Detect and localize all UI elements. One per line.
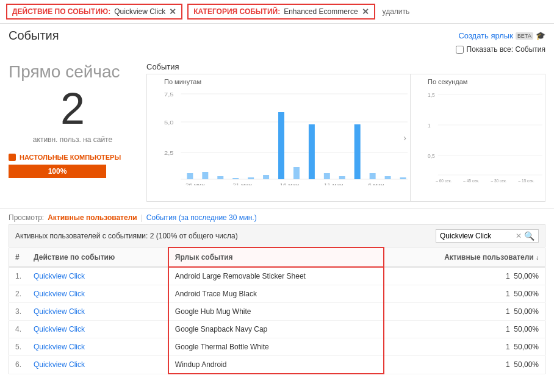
charts-area: События По минутам 7,5 5,0 2,5 (146, 62, 545, 202)
table-section: Активных пользователей с событиями: 2 (1… (0, 224, 554, 383)
col-header-users: Активные пользователи ↓ (384, 248, 545, 267)
search-box[interactable]: ✕ 🔍 (436, 229, 539, 243)
svg-text:21 мин.: 21 мин. (232, 182, 254, 185)
page-header: События Создать ярлык БЕТА 🎓 (0, 24, 554, 45)
show-all-checkbox[interactable] (456, 46, 464, 54)
charts-row: По минутам 7,5 5,0 2,5 (146, 74, 545, 202)
col-header-action: Действие по событию (27, 248, 168, 267)
cell-action[interactable]: Quickview Click (27, 303, 168, 321)
svg-rect-7 (187, 173, 193, 179)
svg-text:5,0: 5,0 (164, 119, 174, 126)
table-row: 4. Quickview Click Google Snapback Navy … (9, 321, 545, 338)
filter-chip-action[interactable]: ДЕЙСТВИЕ ПО СОБЫТИЮ: Quickview Click ✕ (6, 4, 182, 20)
cell-label: Google Snapback Navy Cap (168, 321, 384, 338)
chart-minutes-title: По минутам (164, 78, 408, 85)
svg-text:0,5: 0,5 (428, 153, 435, 159)
progress-bar: 100% (9, 165, 106, 178)
charts-title: События (146, 62, 545, 71)
table-row: 2. Quickview Click Android Trace Mug Bla… (9, 285, 545, 303)
cell-label: Android Trace Mug Black (168, 285, 384, 303)
svg-rect-15 (309, 124, 315, 179)
view-tab-active[interactable]: Активные пользователи (48, 213, 137, 222)
cell-users: 1 50,00% (384, 303, 545, 321)
page-title: События (9, 29, 59, 43)
cell-num: 6. (9, 356, 28, 374)
svg-text:6 мин.: 6 мин. (368, 182, 386, 185)
create-label-text: Создать ярлык (458, 31, 513, 40)
cell-action[interactable]: Quickview Click (27, 356, 168, 374)
svg-rect-21 (400, 177, 406, 179)
svg-rect-13 (278, 112, 284, 179)
cell-label: Google Thermal Bottle White (168, 338, 384, 356)
svg-rect-17 (339, 176, 345, 179)
chart-seconds: По секундам 1,5 1 0,5 – 60 сек. – 45 сек… (411, 74, 545, 201)
cell-action[interactable]: Quickview Click (27, 321, 168, 338)
chart-minutes-svg: 7,5 5,0 2,5 (164, 88, 408, 185)
data-table: # Действие по событию Ярлык события Акти… (9, 247, 545, 374)
chart-seconds-title: По секундам (428, 78, 467, 85)
device-dot-icon (9, 154, 16, 161)
filter-delete-button[interactable]: удалить (383, 7, 410, 16)
search-clear-icon[interactable]: ✕ (516, 232, 522, 240)
filter-chip-action-close[interactable]: ✕ (169, 7, 176, 16)
realtime-count: 2 (9, 87, 137, 130)
show-all-row: Показать все: События (0, 45, 554, 54)
filter-chip-category-label: КАТЕГОРИЯ СОБЫТИЙ: (193, 7, 280, 16)
view-tabs-label: Просмотр: (9, 213, 44, 222)
main-content: Прямо сейчас 2 активн. польз. на сайте Н… (0, 56, 554, 208)
svg-text:– 60 сек.: – 60 сек. (436, 179, 451, 182)
svg-rect-16 (324, 173, 330, 179)
cell-num: 2. (9, 285, 28, 303)
cell-label: Windup Android (168, 356, 384, 374)
cell-users: 1 50,00% (384, 356, 545, 374)
sort-icon: ↓ (536, 254, 539, 261)
cell-num: 4. (9, 321, 28, 338)
show-all-label: Показать все: События (467, 45, 545, 54)
svg-rect-10 (232, 178, 239, 179)
filter-chip-category[interactable]: КАТЕГОРИЯ СОБЫТИЙ: Enhanced Ecommerce ✕ (187, 4, 375, 20)
svg-text:1: 1 (428, 123, 431, 129)
svg-rect-8 (202, 172, 208, 179)
graduation-icon: 🎓 (536, 31, 545, 40)
table-row: 3. Quickview Click Google Hub Mug White … (9, 303, 545, 321)
table-info-bar: Активных пользователей с событиями: 2 (1… (9, 224, 545, 247)
filter-chip-category-close[interactable]: ✕ (362, 7, 369, 16)
svg-text:– 30 сек.: – 30 сек. (491, 179, 506, 182)
cell-action[interactable]: Quickview Click (27, 285, 168, 303)
table-row: 1. Quickview Click Android Large Removab… (9, 267, 545, 285)
svg-rect-9 (217, 176, 223, 179)
svg-rect-12 (263, 175, 269, 179)
cell-users: 1 50,00% (384, 285, 545, 303)
svg-text:26 мин.: 26 мин. (185, 182, 207, 185)
chart-expand-icon[interactable]: › (403, 133, 406, 143)
filter-chip-action-value: Quickview Click (114, 7, 165, 16)
cell-label: Google Hub Mug White (168, 303, 384, 321)
cell-num: 3. (9, 303, 28, 321)
cell-num: 1. (9, 267, 28, 285)
table-row: 5. Quickview Click Google Thermal Bottle… (9, 338, 545, 356)
svg-text:– 15 сек.: – 15 сек. (519, 179, 534, 182)
col-header-label: Ярлык события (168, 248, 384, 267)
search-submit-icon[interactable]: 🔍 (524, 231, 534, 241)
filter-chip-category-value: Enhanced Ecommerce (284, 7, 358, 16)
col-header-num: # (9, 248, 28, 267)
svg-text:16 мин.: 16 мин. (280, 182, 301, 185)
search-input[interactable] (440, 232, 513, 240)
svg-text:2,5: 2,5 (164, 150, 174, 156)
progress-bar-value: 100% (48, 167, 67, 176)
svg-rect-18 (354, 124, 361, 179)
cell-action[interactable]: Quickview Click (27, 338, 168, 356)
chart-minutes: По минутам 7,5 5,0 2,5 (147, 74, 411, 201)
cell-users: 1 50,00% (384, 338, 545, 356)
create-label-link[interactable]: Создать ярлык БЕТА 🎓 (458, 31, 545, 40)
svg-text:1,5: 1,5 (428, 92, 435, 98)
svg-rect-11 (248, 177, 254, 179)
beta-badge: БЕТА (516, 32, 533, 40)
device-label: НАСТОЛЬНЫЕ КОМПЬЮТЕРЫ (20, 154, 121, 161)
cell-users: 1 50,00% (384, 267, 545, 285)
svg-text:11 мин.: 11 мин. (324, 182, 345, 185)
cell-action[interactable]: Quickview Click (27, 267, 168, 285)
realtime-subtitle: активн. польз. на сайте (9, 135, 137, 144)
view-tab-inactive[interactable]: События (за последние 30 мин.) (146, 213, 257, 222)
cell-users: 1 50,00% (384, 321, 545, 338)
